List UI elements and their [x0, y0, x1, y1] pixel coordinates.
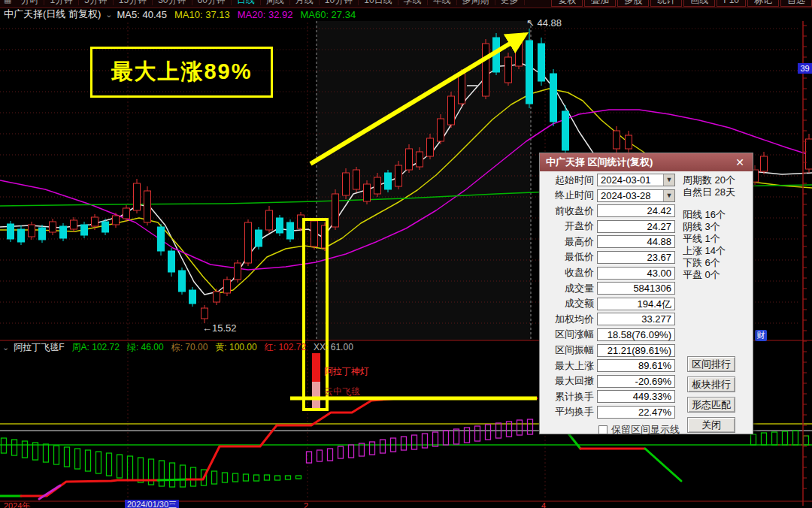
field-label: 起始时间 [540, 174, 594, 187]
bar-stat: 阳线 16个 [683, 209, 735, 221]
bar-stat: 平线 1个 [683, 233, 735, 245]
high-price-label: ↖ 44.88 [526, 17, 562, 29]
stat-value-box: 194.4亿 [597, 298, 675, 310]
checkbox-icon[interactable] [598, 425, 607, 434]
dialog-title-bar[interactable]: 中广天择 区间统计(复权) ✕ [540, 153, 753, 171]
indicator-param: 棕: 70.00 [171, 342, 208, 352]
field-label: 前收盘价 [540, 204, 594, 218]
low-price-label: ←15.52 [202, 322, 237, 334]
max-rise-annotation-box: 最大上涨89% [90, 47, 273, 98]
dialog-row: 成交额194.4亿 [540, 298, 690, 310]
close-icon[interactable]: ✕ [733, 156, 747, 168]
date-input[interactable]: 2024-03-01▼ [597, 174, 675, 186]
ma-value-MA20: MA20: 32.92 [238, 9, 293, 20]
axis-month-label: 2 [304, 501, 308, 508]
ma-value-MA60: MA60: 27.34 [300, 9, 356, 20]
dialog-row: 起始时间2024-03-01▼ [540, 174, 690, 186]
bar-stat: 上涨 14个 [683, 245, 735, 257]
date-input[interactable]: 2024-03-28▼ [597, 189, 675, 202]
indicator-param: XX: 61.00 [314, 342, 353, 352]
stat-value-box: 22.47% [597, 406, 675, 419]
field-label: 最大回撤 [540, 374, 594, 388]
chart-header: 中广天择(日线 前复权) ⌄ MA5: 40.45MA10: 37.13MA20… [4, 8, 363, 20]
field-label: 成交额 [540, 297, 594, 310]
dialog-button-关闭[interactable]: 关闭 [687, 417, 735, 433]
axis-year-label: 2024年 [4, 500, 30, 508]
dialog-row: 最高价44.88 [540, 235, 690, 248]
stat-value-box: 18.58(76.09%) [597, 328, 675, 341]
indicator-param: 周A: 102.72 [72, 342, 120, 352]
dialog-rows: 起始时间2024-03-01▼终止时间2024-03-28▼前收盘价24.42开… [540, 174, 690, 422]
price-axis-badge: 39 [798, 63, 812, 74]
field-label: 累计换手 [540, 390, 594, 404]
field-label: 最低价 [540, 250, 594, 264]
dropdown-arrow-icon[interactable]: ▼ [663, 174, 674, 186]
field-label: 开盘价 [540, 219, 594, 233]
field-label: 区间涨幅 [540, 328, 594, 341]
indicator-name: 阿拉丁飞毯F [14, 341, 64, 354]
field-label: 最高价 [540, 235, 594, 249]
dialog-row: 前收盘价24.42 [540, 204, 690, 217]
field-label: 平均换手 [540, 405, 594, 419]
stat-value-box: 44.88 [597, 235, 675, 248]
signal-annotation-2: 云中飞毯 [324, 386, 360, 398]
ma-value-MA5: MA5: 40.45 [117, 9, 168, 20]
dialog-row: 区间涨幅18.58(76.09%) [540, 328, 690, 341]
field-label: 区间振幅 [540, 343, 594, 357]
dialog-row: 累计换手449.33% [540, 390, 690, 403]
stat-value-box: 33.277 [597, 313, 675, 325]
dialog-row: 最大上涨89.61% [540, 359, 690, 372]
bar-stat: 下跌 6个 [683, 257, 735, 269]
chart-title: 中广天择(日线 前复权) [4, 8, 101, 21]
stat-value-box: 5841306 [597, 282, 675, 295]
interval-stats-dialog: 中广天择 区间统计(复权) ✕ 起始时间2024-03-01▼终止时间2024-… [539, 153, 753, 434]
field-label: 加权均价 [540, 313, 594, 326]
collapse-icon[interactable]: ⌄ [105, 10, 112, 20]
signal-annotation-1: 阿拉丁神灯 [324, 365, 369, 378]
period-stat: 自然日 28天 [683, 186, 735, 198]
dialog-row: 区间振幅21.21(89.61%) [540, 344, 690, 357]
collapse-icon[interactable]: ⌄ [2, 343, 9, 352]
field-label: 终止时间 [540, 189, 594, 202]
stat-value-box: 43.00 [597, 267, 675, 280]
dialog-row: 最低价23.67 [540, 251, 690, 264]
ma-values: MA5: 40.45MA10: 37.13MA20: 32.92MA60: 27… [117, 9, 364, 20]
period-stat: 周期数 20个 [683, 174, 735, 186]
field-label: 最大上涨 [540, 359, 594, 373]
stat-value-box: 21.21(89.61%) [597, 344, 675, 357]
keep-lines-checkbox-row[interactable]: 保留区间显示线 [598, 423, 680, 437]
indicator-header: ⌄ 阿拉丁飞毯F 周A: 102.72绿: 46.00棕: 70.00黄: 10… [2, 341, 361, 353]
dialog-button-区间排行[interactable]: 区间排行 [687, 356, 735, 372]
dialog-button-板块排行[interactable]: 板块排行 [687, 376, 735, 392]
indicator-param: 黄: 100.00 [215, 342, 256, 352]
dialog-row: 最大回撤-20.69% [540, 375, 690, 388]
bar-stat: 阴线 3个 [683, 221, 735, 233]
stat-value-box: 89.61% [597, 359, 675, 372]
stat-value-box: 23.67 [597, 251, 675, 264]
stat-value-box: -20.69% [597, 375, 675, 388]
dialog-title: 中广天择 区间统计(复权) [546, 156, 653, 169]
finance-news-badge[interactable]: 财 [755, 330, 767, 341]
dialog-row: 平均换手22.47% [540, 406, 690, 419]
dropdown-arrow-icon[interactable]: ▼ [663, 190, 674, 201]
dialog-row: 成交量5841306 [540, 282, 690, 295]
dialog-row: 收盘价43.00 [540, 267, 690, 280]
dialog-side-stats: 周期数 20个自然日 28天 阳线 16个阴线 3个平线 1个上涨 14个下跌 … [683, 174, 735, 281]
stat-value-box: 449.33% [597, 390, 675, 403]
ma-value-MA10: MA10: 37.13 [174, 9, 230, 20]
stat-value-box: 24.27 [597, 220, 675, 233]
indicator-param: 绿: 46.00 [127, 342, 164, 352]
field-label: 收盘价 [540, 266, 594, 280]
axis-month-label: 4 [541, 501, 546, 508]
app-window: ▦ 分时1分钟5分钟15分钟30分钟60分钟日线周线月线10分钟10日线季线年线… [0, 0, 812, 508]
dialog-row: 开盘价24.27 [540, 220, 690, 233]
bar-stat: 平盘 0个 [683, 269, 735, 281]
max-rise-text: 最大上涨89% [111, 57, 252, 87]
selected-date-badge: 2024/01/30三 [125, 500, 179, 508]
indicator-param: 红: 102.72 [265, 342, 306, 352]
dialog-row: 终止时间2024-03-28▼ [540, 189, 690, 202]
stat-value-box: 24.42 [597, 204, 675, 217]
dialog-button-形态匹配[interactable]: 形态匹配 [687, 397, 735, 413]
field-label: 成交量 [540, 282, 594, 295]
indicator-params: 周A: 102.72绿: 46.00棕: 70.00黄: 100.00红: 10… [72, 341, 361, 354]
